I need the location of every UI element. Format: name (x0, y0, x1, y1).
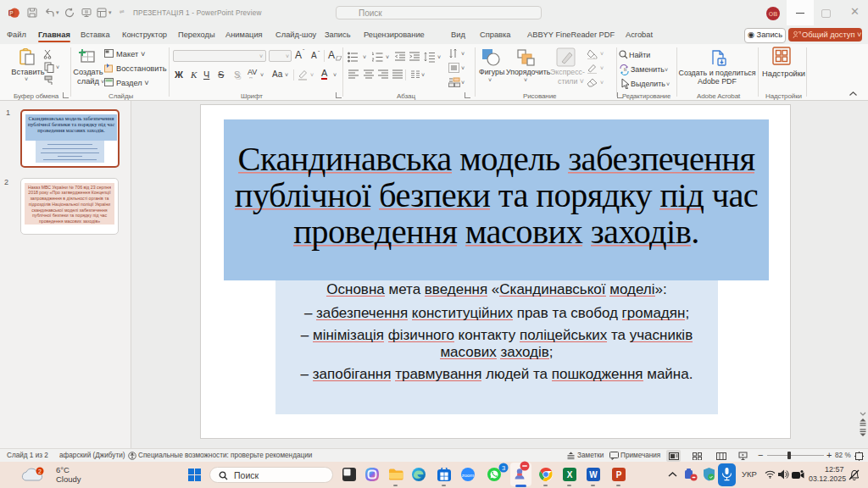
svg-text:3: 3 (502, 464, 505, 472)
svg-text:2: 2 (38, 469, 42, 474)
svg-text:P: P (616, 470, 622, 480)
svg-text:W: W (589, 470, 598, 480)
svg-text:zoom: zoom (462, 473, 475, 478)
svg-text:X: X (567, 470, 573, 480)
svg-text:P: P (9, 10, 13, 16)
